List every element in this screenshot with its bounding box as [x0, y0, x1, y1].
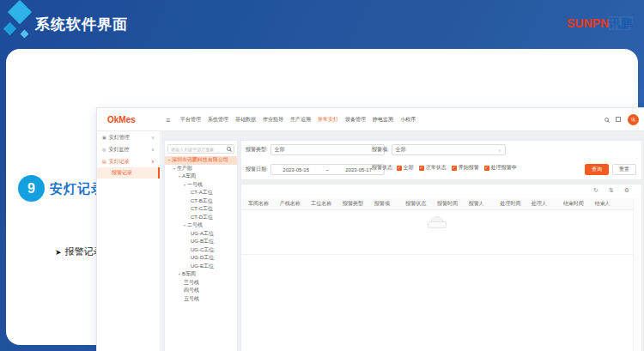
sidebar-item-label: 安灯监控 — [108, 146, 149, 154]
tree-node-line-3[interactable]: 三号线 — [165, 279, 237, 287]
date-end-value: 2023-05-17 — [345, 167, 372, 172]
sidebar-item-andon-manage[interactable]: ▣ 安灯管理 ∨ — [97, 131, 160, 143]
tree-node-label: UG-E工位 — [191, 263, 214, 270]
caret-icon: ▾ — [168, 158, 170, 162]
tab-equipment[interactable]: 设备管理 — [345, 116, 366, 124]
tree-node-station[interactable]: UG-C工位 — [165, 246, 237, 255]
table-divider — [241, 254, 633, 255]
query-button[interactable]: 查询 — [585, 164, 609, 175]
logo-sunpn-text: SUNPN — [567, 16, 609, 30]
tab-andon-active[interactable]: 异常安灯 — [318, 116, 338, 124]
checkbox-label: 处理报警中 — [491, 164, 517, 172]
bullet-arrow-icon: ➤ — [55, 248, 62, 257]
tree-node-line-2[interactable]: ▾二号线 — [165, 221, 237, 230]
tree-node-label: 一号线 — [187, 181, 203, 189]
date-start-value: 2023-05-15 — [283, 167, 309, 172]
table-toolbar: ↻ ⇅ ⚙ — [593, 187, 629, 194]
col-alarm-type: 报警类型 — [343, 200, 374, 208]
col-end-time: 结束时间 — [563, 200, 595, 208]
tree-node-line-1[interactable]: ▾一号线 — [165, 181, 237, 190]
tree-node-station[interactable]: UG-D工位 — [165, 254, 237, 263]
hamburger-menu-icon[interactable]: ≡ — [166, 116, 170, 124]
col-handle-time: 处理时间 — [500, 200, 532, 208]
slide-content-card: 9 安灯记录 ➤报警记录 OkMes ≡ 平台管理 系统管理 基础数据 作业指导… — [6, 49, 638, 345]
col-alarm-time: 报警时间 — [437, 200, 469, 208]
app-top-nav: OkMes ≡ 平台管理 系统管理 基础数据 作业指导 生产追溯 异常安灯 设备… — [97, 108, 644, 131]
alarm-type-select[interactable]: 全部 ∨ — [270, 144, 385, 155]
col-line-name: 产线名称 — [280, 200, 312, 208]
checkbox-all[interactable]: 全部 — [397, 164, 414, 172]
tree-node-station[interactable]: UG-B工位 — [165, 238, 237, 246]
tree-node-station[interactable]: CT-A工位 — [165, 189, 237, 197]
filter-alarm-type: 报警类型: 全部 ∨ — [246, 144, 385, 155]
caret-icon: ▾ — [184, 223, 185, 227]
tree-node-station[interactable]: UG-A工位 — [165, 230, 237, 239]
checkbox-normal[interactable]: 正常状态 — [419, 164, 447, 172]
tree-node-line-5[interactable]: 五号线 — [165, 295, 237, 304]
tab-miniapp[interactable]: 小程序 — [400, 116, 416, 124]
decor-diamond-large — [8, 0, 32, 24]
tree-node-label: A车间 — [182, 172, 196, 180]
refresh-icon[interactable]: ↻ — [593, 187, 598, 194]
tree-node-label: CT-C工位 — [191, 205, 213, 213]
andon-record-icon: ▤ — [102, 159, 106, 164]
tree-node-station[interactable]: CT-D工位 — [165, 214, 237, 222]
reset-button[interactable]: 重置 — [612, 164, 636, 175]
org-tree: ▾深圳市讯鹏科技有限公司 ▾生产部 ▾A车间 ▾一号线 CT-A工位 CT-B工… — [165, 156, 237, 303]
tab-system[interactable]: 系统管理 — [208, 116, 228, 124]
tab-work-guide[interactable]: 作业指导 — [263, 116, 283, 124]
user-avatar[interactable]: 讯 — [628, 114, 639, 125]
slide-title: 系统软件界面 — [35, 15, 128, 34]
tree-node-label: 生产部 — [177, 165, 192, 172]
checkbox-label: 全部 — [404, 164, 414, 172]
tree-node-workshop-a[interactable]: ▾A车间 — [165, 172, 237, 181]
checkbox-checked-icon — [452, 166, 457, 171]
sidebar-item-andon-record[interactable]: ▤ 安灯记录 ∧ — [97, 155, 160, 167]
alarm-date-range-input[interactable]: 2023-05-15 ~ 2023-05-17 — [270, 164, 385, 175]
app-screenshot: OkMes ≡ 平台管理 系统管理 基础数据 作业指导 生产追溯 异常安灯 设备… — [96, 107, 644, 351]
checkbox-alarm-start[interactable]: 开始报警 — [452, 164, 479, 172]
andon-manage-icon: ▣ — [102, 135, 106, 140]
empty-box-icon — [428, 216, 447, 228]
alarm-status-label: 报警状态: — [372, 164, 394, 172]
tab-esd[interactable]: 静电监测 — [373, 116, 393, 124]
checkbox-handling[interactable]: 处理报警中 — [484, 164, 517, 172]
col-workshop-name: 车间名称 — [248, 200, 280, 208]
sidebar-item-andon-monitor[interactable]: ◎ 安灯监控 ∨ — [97, 143, 160, 155]
tree-node-label: 五号线 — [184, 295, 199, 303]
tree-node-station[interactable]: CT-B工位 — [165, 197, 237, 206]
tab-platform[interactable]: 平台管理 — [180, 116, 201, 124]
tree-search-input[interactable]: 请输入关键字进行搜索 — [167, 144, 234, 154]
chevron-up-icon: ∧ — [151, 159, 155, 164]
tree-node-workshop-b[interactable]: ▾B车间 — [165, 270, 237, 279]
col-end-person: 结束人 — [594, 200, 626, 208]
tree-node-label: CT-B工位 — [191, 197, 213, 205]
company-logo: SUNPN讯鹏 — [567, 16, 633, 32]
tree-node-station[interactable]: UG-E工位 — [165, 263, 237, 271]
tree-node-label: B车间 — [182, 270, 196, 278]
tab-trace[interactable]: 生产追溯 — [290, 116, 311, 124]
alarm-date-label: 报警日期: — [246, 166, 268, 173]
alarm-type-value: 全部 — [275, 146, 285, 154]
row-height-icon[interactable]: ⇅ — [609, 187, 614, 194]
column-settings-icon[interactable]: ⚙ — [624, 187, 629, 194]
tree-node-dept[interactable]: ▾生产部 — [165, 165, 237, 173]
col-alarm-person: 报警人 — [469, 200, 501, 208]
tree-node-company[interactable]: ▾深圳市讯鹏科技有限公司 — [165, 156, 237, 165]
decor-diamond-small — [21, 30, 29, 39]
sidebar-submenu-alarm-record-active[interactable]: 报警记录 — [97, 167, 160, 179]
decor-diamond-medium — [3, 22, 17, 36]
andon-monitor-icon: ◎ — [102, 147, 106, 152]
slide-canvas: 系统软件界面 SUNPN讯鹏 9 安灯记录 ➤报警记录 OkMes ≡ 平台管理… — [0, 0, 644, 351]
tree-node-station[interactable]: CT-C工位 — [165, 205, 237, 214]
alarm-type-label: 报警类型: — [246, 146, 268, 154]
alarm-item-select[interactable]: 全部 ∨ — [392, 144, 506, 155]
tree-search-placeholder: 请输入关键字进行搜索 — [171, 147, 225, 152]
tab-basic-data[interactable]: 基础数据 — [235, 116, 256, 124]
tree-node-line-4[interactable]: 四号线 — [165, 287, 237, 295]
search-icon[interactable] — [605, 118, 609, 122]
fullscreen-icon[interactable] — [616, 117, 621, 122]
caret-icon: ▾ — [173, 166, 175, 171]
filter-alarm-item: 报警项: 全部 ∨ — [372, 144, 506, 155]
app-nav-tabs: 平台管理 系统管理 基础数据 作业指导 生产追溯 异常安灯 设备管理 静电监测 … — [180, 108, 416, 130]
